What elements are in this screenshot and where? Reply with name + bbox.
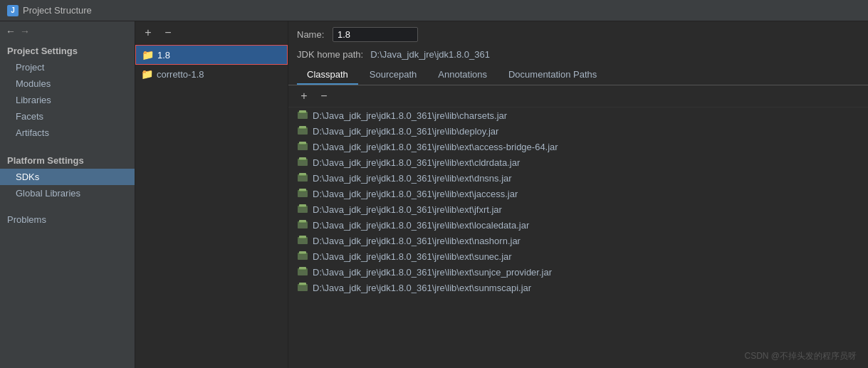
- classpath-item[interactable]: D:\Java_jdk_jre\jdk1.8.0_361\jre\lib\dep…: [288, 123, 868, 139]
- center-panel: + − 📁 1.8 📁 corretto-1.8: [135, 21, 288, 368]
- back-arrow[interactable]: ←: [6, 26, 16, 37]
- jar-icon: [297, 251, 308, 262]
- classpath-item[interactable]: D:\Java_jdk_jre\jdk1.8.0_361\jre\lib\cha…: [288, 107, 868, 123]
- tab-sourcepath[interactable]: Sourcepath: [360, 65, 427, 85]
- center-toolbar: + −: [135, 21, 288, 45]
- folder-icon: 📁: [142, 49, 153, 61]
- classpath-path: D:\Java_jdk_jre\jdk1.8.0_361\jre\lib\ext…: [313, 283, 531, 293]
- jar-icon: [297, 157, 308, 168]
- name-label: Name:: [297, 29, 325, 40]
- remove-classpath-button[interactable]: −: [317, 89, 331, 103]
- classpath-path: D:\Java_jdk_jre\jdk1.8.0_361\jre\lib\ext…: [313, 220, 529, 231]
- sdk-item-corretto[interactable]: 📁 corretto-1.8: [135, 65, 288, 83]
- jdk-row: JDK home path: D:\Java_jdk_jre\jdk1.8.0_…: [288, 48, 868, 65]
- svg-rect-13: [299, 173, 306, 176]
- svg-rect-25: [299, 236, 306, 238]
- add-classpath-button[interactable]: +: [297, 89, 311, 103]
- classpath-item[interactable]: D:\Java_jdk_jre\jdk1.8.0_361\jre\lib\ext…: [288, 233, 868, 248]
- jar-icon: [297, 110, 308, 121]
- sidebar: ← → Project Settings Project Modules Lib…: [0, 21, 135, 368]
- svg-rect-34: [299, 283, 306, 285]
- classpath-item[interactable]: D:\Java_jdk_jre\jdk1.8.0_361\jre\lib\ext…: [288, 201, 868, 217]
- sidebar-item-facets[interactable]: Facets: [0, 108, 135, 125]
- name-row: Name:: [288, 21, 868, 48]
- classpath-path: D:\Java_jdk_jre\jdk1.8.0_361\jre\lib\ext…: [313, 251, 512, 262]
- classpath-list: D:\Java_jdk_jre\jdk1.8.0_361\jre\lib\cha…: [288, 107, 868, 368]
- classpath-toolbar: + −: [288, 85, 868, 107]
- jar-icon: [297, 235, 308, 246]
- classpath-path: D:\Java_jdk_jre\jdk1.8.0_361\jre\lib\ext…: [313, 267, 552, 278]
- add-sdk-button[interactable]: +: [141, 26, 155, 40]
- classpath-path: D:\Java_jdk_jre\jdk1.8.0_361\jre\lib\ext…: [313, 189, 518, 199]
- jar-icon: [297, 282, 308, 293]
- title-bar-text: Project Structure: [23, 5, 92, 16]
- svg-rect-7: [299, 142, 306, 144]
- title-bar: J Project Structure: [0, 0, 868, 21]
- svg-rect-4: [299, 126, 306, 129]
- jar-icon: [297, 188, 308, 199]
- tab-classpath[interactable]: Classpath: [297, 65, 358, 85]
- app-icon: J: [7, 5, 19, 16]
- jar-icon: [297, 204, 308, 215]
- sidebar-item-sdks[interactable]: SDKs: [0, 169, 135, 185]
- nav-arrows: ← →: [0, 21, 135, 41]
- svg-rect-28: [299, 251, 306, 254]
- sidebar-item-project[interactable]: Project: [0, 59, 135, 75]
- sidebar-item-problems[interactable]: Problems: [0, 211, 135, 228]
- sdk-item-1.8[interactable]: 📁 1.8: [135, 45, 288, 65]
- classpath-path: D:\Java_jdk_jre\jdk1.8.0_361\jre\lib\ext…: [313, 142, 558, 152]
- forward-arrow[interactable]: →: [20, 26, 30, 37]
- classpath-item[interactable]: D:\Java_jdk_jre\jdk1.8.0_361\jre\lib\ext…: [288, 154, 868, 170]
- svg-rect-31: [299, 267, 306, 270]
- classpath-path: D:\Java_jdk_jre\jdk1.8.0_361\jre\lib\ext…: [313, 173, 512, 184]
- sidebar-item-artifacts[interactable]: Artifacts: [0, 125, 135, 141]
- classpath-item[interactable]: D:\Java_jdk_jre\jdk1.8.0_361\jre\lib\ext…: [288, 186, 868, 201]
- jdk-home-label: JDK home path:: [297, 49, 363, 60]
- classpath-path: D:\Java_jdk_jre\jdk1.8.0_361\jre\lib\cha…: [313, 110, 507, 121]
- svg-rect-1: [299, 110, 306, 113]
- sdk-item-label: corretto-1.8: [157, 69, 204, 80]
- svg-rect-22: [299, 220, 306, 223]
- right-panel: Name: JDK home path: D:\Java_jdk_jre\jdk…: [288, 21, 868, 368]
- tab-docpaths[interactable]: Documentation Paths: [498, 65, 607, 85]
- jar-icon: [297, 141, 308, 152]
- platform-settings-header: Platform Settings: [0, 151, 135, 169]
- remove-sdk-button[interactable]: −: [161, 26, 175, 40]
- svg-rect-16: [299, 189, 306, 191]
- classpath-item[interactable]: D:\Java_jdk_jre\jdk1.8.0_361\jre\lib\ext…: [288, 248, 868, 264]
- sdk-list: 📁 1.8 📁 corretto-1.8: [135, 45, 288, 368]
- watermark: CSDN @不掉头发的程序员呀: [744, 350, 857, 362]
- classpath-item[interactable]: D:\Java_jdk_jre\jdk1.8.0_361\jre\lib\ext…: [288, 264, 868, 280]
- classpath-item[interactable]: D:\Java_jdk_jre\jdk1.8.0_361\jre\lib\ext…: [288, 280, 868, 295]
- svg-rect-10: [299, 157, 306, 160]
- classpath-item[interactable]: D:\Java_jdk_jre\jdk1.8.0_361\jre\lib\ext…: [288, 139, 868, 154]
- sidebar-item-modules[interactable]: Modules: [0, 75, 135, 92]
- classpath-item[interactable]: D:\Java_jdk_jre\jdk1.8.0_361\jre\lib\ext…: [288, 170, 868, 186]
- jar-icon: [297, 125, 308, 137]
- jar-icon: [297, 266, 308, 278]
- jar-icon: [297, 219, 308, 231]
- main-content: ← → Project Settings Project Modules Lib…: [0, 21, 868, 368]
- sidebar-item-global-libraries[interactable]: Global Libraries: [0, 185, 135, 201]
- folder-icon: 📁: [141, 68, 152, 80]
- classpath-path: D:\Java_jdk_jre\jdk1.8.0_361\jre\lib\ext…: [313, 157, 520, 168]
- classpath-path: D:\Java_jdk_jre\jdk1.8.0_361\jre\lib\ext…: [313, 236, 521, 246]
- name-input[interactable]: [333, 27, 418, 42]
- sidebar-item-libraries[interactable]: Libraries: [0, 92, 135, 108]
- svg-rect-19: [299, 204, 306, 207]
- jdk-home-value: D:\Java_jdk_jre\jdk1.8.0_361: [370, 49, 490, 60]
- jar-icon: [297, 172, 308, 184]
- tab-annotations[interactable]: Annotations: [428, 65, 497, 85]
- tabs-bar: Classpath Sourcepath Annotations Documen…: [288, 65, 868, 85]
- classpath-path: D:\Java_jdk_jre\jdk1.8.0_361\jre\lib\ext…: [313, 204, 502, 215]
- sdk-item-label: 1.8: [157, 50, 170, 61]
- classpath-item[interactable]: D:\Java_jdk_jre\jdk1.8.0_361\jre\lib\ext…: [288, 217, 868, 233]
- classpath-path: D:\Java_jdk_jre\jdk1.8.0_361\jre\lib\dep…: [313, 126, 498, 137]
- project-settings-header: Project Settings: [0, 41, 135, 59]
